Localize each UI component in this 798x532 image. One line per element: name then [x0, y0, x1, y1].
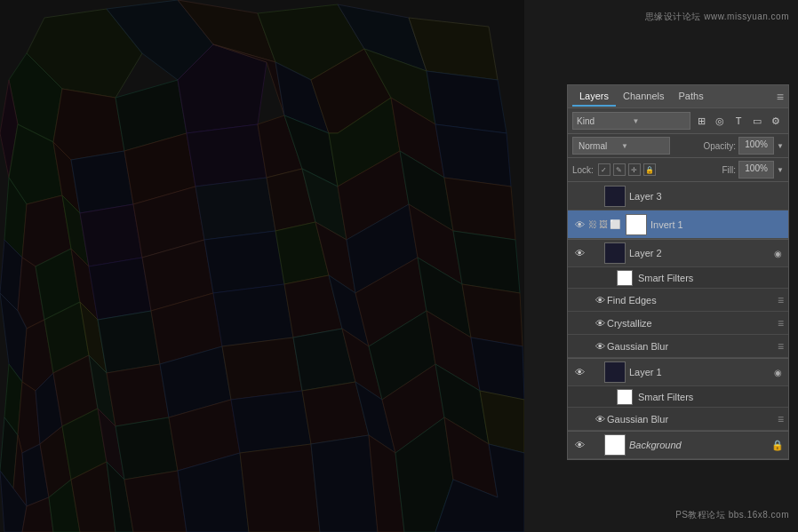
- gaussian-blur-2-options: ≡: [778, 340, 784, 353]
- link-icon: ⛓: [588, 219, 597, 229]
- thumbnail-layer1: [604, 361, 626, 383]
- blend-mode-dropdown[interactable]: Normal ▼: [572, 137, 670, 155]
- svg-marker-37: [444, 178, 515, 240]
- background-name: Background: [629, 440, 771, 450]
- gaussian-blur-1-options: ≡: [778, 413, 784, 425]
- lock-all-icon[interactable]: 🔒: [643, 163, 656, 176]
- svg-marker-44: [204, 231, 284, 293]
- find-edges-name: Find Edges: [607, 295, 778, 306]
- visibility-background[interactable]: 👁: [572, 438, 587, 452]
- smart-filters-header-2[interactable]: Smart Filters: [568, 267, 788, 289]
- fill-label: Fill:: [722, 165, 737, 175]
- fill-control: Fill: 100% ▼: [722, 161, 784, 179]
- svg-marker-83: [231, 391, 311, 453]
- tab-layers[interactable]: Layers: [572, 87, 616, 107]
- thumbnail-invert1: [626, 214, 647, 235]
- lock-position-icon[interactable]: ✛: [628, 163, 641, 176]
- svg-marker-69: [222, 337, 302, 400]
- svg-marker-26: [435, 124, 511, 187]
- blend-opacity-row: Normal ▼ Opacity: 100% ▼: [568, 134, 788, 158]
- layer-item-gaussian-blur-2[interactable]: 👁 Gaussian Blur ≡: [568, 335, 788, 358]
- invert1-icons: ⛓ 🖼 ⬜: [588, 219, 620, 229]
- opacity-input[interactable]: 100%: [738, 137, 774, 155]
- thumbnail-background: [604, 434, 626, 456]
- circle-icon[interactable]: ◎: [712, 113, 728, 129]
- svg-marker-61: [462, 284, 523, 346]
- panel-tabs: Layers Channels Paths ≡: [568, 85, 788, 108]
- layer2-name: Layer 2: [629, 248, 771, 258]
- canvas-area: [0, 0, 524, 532]
- layer-item-invert1[interactable]: 👁 ⛓ 🖼 ⬜ Invert 1: [568, 210, 788, 239]
- blend-dropdown-arrow: ▼: [621, 142, 664, 150]
- smart-filters-1-name: Smart Filters: [638, 392, 784, 402]
- opacity-arrow: ▼: [777, 142, 784, 150]
- opacity-label: Opacity:: [703, 141, 736, 151]
- clip-icon: 🖼: [599, 219, 608, 229]
- lock-pixels-icon[interactable]: ✓: [598, 163, 610, 176]
- mask-icon: ⬜: [610, 219, 620, 229]
- thumbnail-layer2: [604, 242, 626, 264]
- layer-item-crystallize[interactable]: 👁 Crystallize ≡: [568, 312, 788, 335]
- visibility-layer3[interactable]: [572, 189, 587, 203]
- visibility-find-edges[interactable]: 👁: [593, 293, 607, 307]
- svg-marker-8: [53, 89, 124, 160]
- smart-filters-thumb-1: [617, 389, 633, 405]
- background-lock-icon: 🔒: [771, 440, 784, 451]
- gaussian-blur-1-name: Gaussian Blur: [607, 414, 778, 425]
- svg-marker-19: [71, 151, 133, 213]
- svg-marker-94: [124, 471, 187, 532]
- lock-icons: ✓ ✎ ✛ 🔒: [598, 163, 656, 176]
- svg-marker-54: [98, 311, 160, 373]
- layer3-name: Layer 3: [629, 191, 784, 202]
- fill-input[interactable]: 100%: [738, 161, 774, 179]
- visibility-layer2[interactable]: 👁: [572, 246, 587, 260]
- tab-paths[interactable]: Paths: [672, 87, 711, 107]
- layer-item-gaussian-blur-1[interactable]: 👁 Gaussian Blur ≡: [568, 408, 788, 431]
- invert1-name: Invert 1: [650, 219, 784, 230]
- kind-dropdown-arrow: ▼: [633, 117, 687, 125]
- svg-marker-81: [116, 417, 178, 480]
- text-icon[interactable]: T: [730, 113, 746, 129]
- layer1-name: Layer 1: [629, 367, 771, 377]
- kind-dropdown[interactable]: Kind ▼: [572, 112, 690, 130]
- visibility-invert1[interactable]: 👁: [572, 218, 587, 232]
- smart-filters-thumb-2: [617, 270, 633, 286]
- visibility-crystallize[interactable]: 👁: [593, 316, 607, 330]
- watermark-top: 思缘设计论坛 www.missyuan.com: [645, 11, 789, 23]
- layer-item-layer3[interactable]: Layer 3: [568, 182, 788, 210]
- lock-label: Lock:: [572, 165, 594, 175]
- tab-channels[interactable]: Channels: [616, 87, 671, 107]
- layer1-badge: ◉: [771, 366, 784, 378]
- visibility-layer1[interactable]: 👁: [572, 365, 587, 379]
- layer-item-layer2[interactable]: 👁 Layer 2 ◉: [568, 239, 788, 267]
- find-edges-options: ≡: [778, 294, 784, 306]
- visibility-gaussian-blur-2[interactable]: 👁: [593, 339, 607, 353]
- svg-marker-56: [213, 284, 293, 346]
- svg-marker-30: [80, 204, 142, 266]
- kind-toolbar: Kind ▼ ⊞ ◎ T ▭ ⚙: [568, 108, 788, 134]
- layer-item-layer1[interactable]: 👁 Layer 1 ◉: [568, 358, 788, 386]
- layer-item-background[interactable]: 👁 Background 🔒: [568, 431, 788, 459]
- shape-icon[interactable]: ▭: [749, 113, 765, 129]
- watermark-bottom: PS教程论坛 bbs.16x8.com: [675, 509, 789, 521]
- layer2-badge: ◉: [771, 247, 784, 259]
- lock-image-icon[interactable]: ✎: [613, 163, 626, 176]
- svg-marker-49: [453, 231, 520, 293]
- crystallize-name: Crystallize: [607, 318, 778, 329]
- gaussian-blur-2-name: Gaussian Blur: [607, 341, 778, 352]
- crystallize-options: ≡: [778, 317, 784, 330]
- svg-marker-67: [107, 364, 169, 426]
- panel-menu-button[interactable]: ≡: [777, 90, 784, 104]
- visibility-gaussian-blur-1[interactable]: 👁: [593, 412, 607, 426]
- layer-item-find-edges[interactable]: 👁 Find Edges ≡: [568, 289, 788, 312]
- svg-marker-21: [187, 124, 267, 187]
- svg-marker-15: [427, 71, 507, 133]
- opacity-control: Opacity: 100% ▼: [703, 137, 784, 155]
- filter-icon[interactable]: ⊞: [693, 113, 709, 129]
- kind-label: Kind: [577, 116, 631, 126]
- settings-icon[interactable]: ⚙: [768, 113, 784, 129]
- svg-marker-42: [89, 258, 151, 320]
- layers-list: Layer 3 👁 ⛓ 🖼 ⬜ Invert 1 👁 Layer 2 ◉ Sma: [568, 182, 788, 459]
- svg-marker-32: [196, 178, 275, 240]
- smart-filters-header-1[interactable]: Smart Filters: [568, 386, 788, 408]
